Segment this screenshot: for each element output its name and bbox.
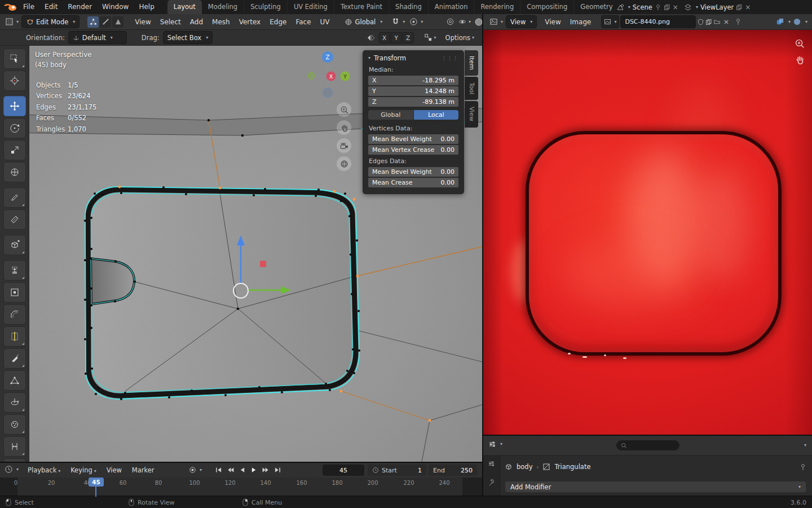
close-icon[interactable]: × bbox=[745, 3, 751, 11]
workspace-tab-modeling[interactable]: Modeling bbox=[202, 0, 244, 14]
wrench-tab-icon[interactable] bbox=[487, 478, 496, 487]
workspace-tab-sculpting[interactable]: Sculpting bbox=[244, 0, 288, 14]
image-name-field[interactable]: DSC-8440.png bbox=[620, 15, 696, 28]
menu-marker[interactable]: Marker bbox=[128, 463, 158, 478]
menu-uv[interactable]: UV bbox=[316, 18, 334, 26]
edge-select-button[interactable] bbox=[100, 16, 111, 28]
drag-handle-icon[interactable]: ⋮⋮⋮ bbox=[442, 55, 458, 61]
tool-inset-faces[interactable] bbox=[3, 282, 26, 303]
play-reverse-button[interactable] bbox=[237, 465, 248, 475]
pin-icon[interactable] bbox=[800, 463, 806, 471]
editor-type-properties[interactable]: ▾ bbox=[488, 440, 502, 449]
pin-icon[interactable] bbox=[655, 4, 661, 11]
tab-tool[interactable]: Tool bbox=[465, 77, 478, 100]
display-mode-dropdown[interactable]: View ▾ bbox=[506, 15, 537, 28]
tab-view[interactable]: View bbox=[465, 101, 478, 127]
menu-view[interactable]: View bbox=[103, 463, 126, 478]
menu-help[interactable]: Help bbox=[134, 0, 159, 14]
menu-add[interactable]: Add bbox=[186, 18, 208, 26]
mean-vertex-crease-field[interactable]: Mean Vertex Crease0.00 bbox=[368, 145, 458, 155]
menu-edge[interactable]: Edge bbox=[265, 18, 291, 26]
tool-cursor[interactable] bbox=[3, 71, 26, 91]
tool-bevel[interactable] bbox=[3, 304, 26, 325]
workspace-tab-compositing[interactable]: Compositing bbox=[520, 0, 574, 14]
menu-select[interactable]: Select bbox=[156, 18, 186, 26]
tool-spin[interactable] bbox=[3, 392, 26, 413]
next-keyframe-button[interactable] bbox=[261, 465, 271, 475]
tool-tab-icon[interactable] bbox=[487, 459, 496, 468]
auto-key-cluster[interactable]: ▾ bbox=[188, 466, 202, 474]
face-select-button[interactable] bbox=[112, 16, 123, 28]
image-editor-canvas[interactable] bbox=[482, 30, 812, 435]
collapse-icon[interactable]: ▾ bbox=[368, 56, 370, 60]
workspace-tab-geometry-nodes[interactable]: Geometry Nodes bbox=[574, 0, 612, 14]
image-browse-button[interactable]: ▾ bbox=[601, 15, 619, 28]
tool-select-box[interactable] bbox=[3, 49, 26, 69]
zoom-button[interactable] bbox=[337, 102, 351, 117]
viewlayer-selector[interactable]: ▾ ViewLayer × bbox=[684, 3, 751, 11]
perspective-toggle-button[interactable] bbox=[337, 156, 351, 171]
menu-image[interactable]: Image bbox=[566, 18, 596, 26]
unlink-image-icon[interactable]: × bbox=[722, 17, 730, 26]
breadcrumb-modifier[interactable]: Triangulate bbox=[554, 463, 590, 471]
mirror-z-button[interactable]: Z bbox=[403, 32, 414, 43]
options-dropdown[interactable]: Options ▾ bbox=[445, 34, 474, 42]
copy-icon[interactable] bbox=[736, 4, 743, 11]
menu-view[interactable]: View bbox=[130, 18, 155, 26]
workspace-tab-uv-editing[interactable]: UV Editing bbox=[288, 0, 334, 14]
breadcrumb-object[interactable]: body bbox=[517, 463, 532, 471]
tool-move[interactable] bbox=[3, 96, 26, 116]
vertex-select-button[interactable] bbox=[87, 16, 99, 28]
gizmos-icon[interactable] bbox=[446, 17, 454, 26]
channels-icon[interactable] bbox=[776, 17, 784, 26]
median-y-field[interactable]: Y14.248 m bbox=[368, 86, 458, 96]
menu-view[interactable]: View bbox=[540, 18, 565, 26]
display-sphere-icon[interactable] bbox=[793, 17, 801, 26]
workspace-tab-texture-paint[interactable]: Texture Paint bbox=[334, 0, 389, 14]
editor-type-timeline[interactable]: ▾ bbox=[5, 465, 19, 474]
tool-annotate[interactable] bbox=[3, 187, 26, 208]
tool-scale[interactable] bbox=[3, 140, 26, 160]
mean-crease-field[interactable]: Mean Crease0.00 bbox=[368, 178, 458, 187]
mirror-y-button[interactable]: Y bbox=[391, 32, 402, 43]
mirror-x-button[interactable]: X bbox=[379, 32, 390, 43]
copy-icon[interactable] bbox=[705, 19, 712, 25]
menu-vertex[interactable]: Vertex bbox=[235, 18, 266, 26]
menu-mesh[interactable]: Mesh bbox=[208, 18, 235, 26]
add-modifier-button[interactable]: Add Modifier ▾ bbox=[505, 481, 806, 493]
tool-rotate[interactable] bbox=[3, 118, 26, 138]
mean-bevel-weight-edge-field[interactable]: Mean Bevel Weight0.00 bbox=[368, 167, 458, 177]
start-frame-field[interactable]: Start 1 bbox=[368, 465, 426, 476]
workspace-tab-animation[interactable]: Animation bbox=[429, 0, 475, 14]
mean-bevel-weight-vertex-field[interactable]: Mean Bevel Weight0.00 bbox=[368, 134, 458, 144]
menu-face[interactable]: Face bbox=[291, 18, 315, 26]
global-space-button[interactable]: Global bbox=[368, 110, 413, 120]
tool-measure[interactable] bbox=[3, 209, 26, 230]
current-frame-field[interactable]: 45 bbox=[323, 465, 364, 476]
menu-keying[interactable]: Keying▾ bbox=[67, 463, 100, 478]
timeline-ruler[interactable]: 0 20 40 60 80 100 120 140 160 180 200 22… bbox=[0, 478, 482, 497]
end-frame-field[interactable]: End 250 bbox=[429, 465, 477, 476]
snap-base-icon[interactable] bbox=[424, 33, 433, 42]
workspace-tab-shading[interactable]: Shading bbox=[389, 0, 429, 14]
jump-to-end-button[interactable] bbox=[272, 465, 283, 475]
menu-window[interactable]: Window bbox=[97, 0, 134, 14]
tool-transform[interactable] bbox=[3, 162, 26, 182]
orientation-default-dropdown[interactable]: Default ▾ bbox=[68, 31, 127, 44]
chevron-down-icon[interactable]: ▾ bbox=[804, 443, 806, 448]
pan-hand-button[interactable] bbox=[337, 120, 351, 135]
tool-add-cube[interactable] bbox=[3, 235, 26, 255]
tool-smooth[interactable] bbox=[3, 414, 26, 435]
search-input[interactable] bbox=[630, 441, 672, 450]
menu-file[interactable]: File bbox=[18, 0, 39, 14]
copy-icon[interactable] bbox=[664, 4, 670, 11]
local-space-button[interactable]: Local bbox=[414, 110, 459, 120]
menu-edit[interactable]: Edit bbox=[39, 0, 63, 14]
play-button[interactable] bbox=[249, 465, 259, 475]
zoom-in-icon[interactable] bbox=[794, 38, 805, 49]
unlink-icon[interactable]: × bbox=[673, 3, 678, 11]
properties-search[interactable] bbox=[616, 440, 679, 450]
snap-cluster[interactable]: ▾ bbox=[391, 17, 405, 26]
workspace-tab-rendering[interactable]: Rendering bbox=[474, 0, 520, 14]
mode-dropdown[interactable]: Edit Mode ▾ bbox=[21, 15, 80, 28]
